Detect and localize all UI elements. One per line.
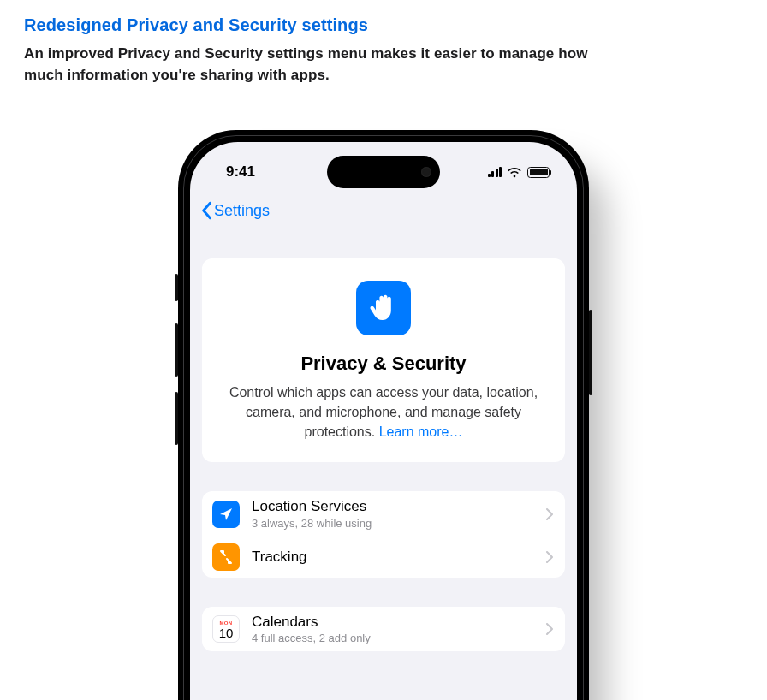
row-title: Location Services (252, 498, 539, 515)
hero-card: Privacy & Security Control which apps ca… (202, 258, 565, 462)
back-label: Settings (214, 202, 270, 220)
tracking-icon (212, 543, 240, 571)
chevron-right-icon (546, 623, 553, 635)
front-camera-icon (421, 167, 431, 177)
row-subtitle: 4 full access, 2 add only (252, 632, 539, 644)
row-title: Tracking (252, 549, 539, 566)
hero-description: Control which apps can access your data,… (219, 383, 548, 442)
battery-icon (527, 167, 550, 178)
settings-group-calendars: MON 10 Calendars 4 full access, 2 add on… (202, 607, 565, 651)
section-heading: Redesigned Privacy and Security settings (24, 15, 743, 35)
hero-title: Privacy & Security (219, 353, 548, 375)
chevron-right-icon (546, 551, 553, 563)
back-button[interactable]: Settings (195, 198, 275, 223)
row-title: Calendars (252, 614, 539, 631)
learn-more-link[interactable]: Learn more… (379, 424, 463, 439)
location-arrow-icon (212, 501, 240, 528)
row-tracking[interactable]: Tracking (202, 537, 565, 578)
settings-group-location: Location Services 3 always, 28 while usi… (202, 491, 565, 577)
cellular-signal-icon (488, 167, 502, 177)
row-subtitle: 3 always, 28 while using (252, 517, 539, 530)
nav-bar: Settings (190, 192, 577, 229)
power-button (589, 310, 592, 395)
row-calendars[interactable]: MON 10 Calendars 4 full access, 2 add on… (202, 607, 565, 651)
chevron-left-icon (200, 201, 212, 220)
phone-mockup: 9:41 (178, 130, 589, 700)
dynamic-island (327, 156, 440, 188)
wifi-icon (507, 167, 522, 178)
calendar-icon: MON 10 (212, 615, 240, 643)
status-time: 9:41 (226, 163, 255, 181)
privacy-hand-icon (356, 281, 411, 335)
row-location-services[interactable]: Location Services 3 always, 28 while usi… (202, 491, 565, 536)
chevron-right-icon (546, 508, 553, 520)
section-description: An improved Privacy and Security setting… (24, 44, 589, 86)
